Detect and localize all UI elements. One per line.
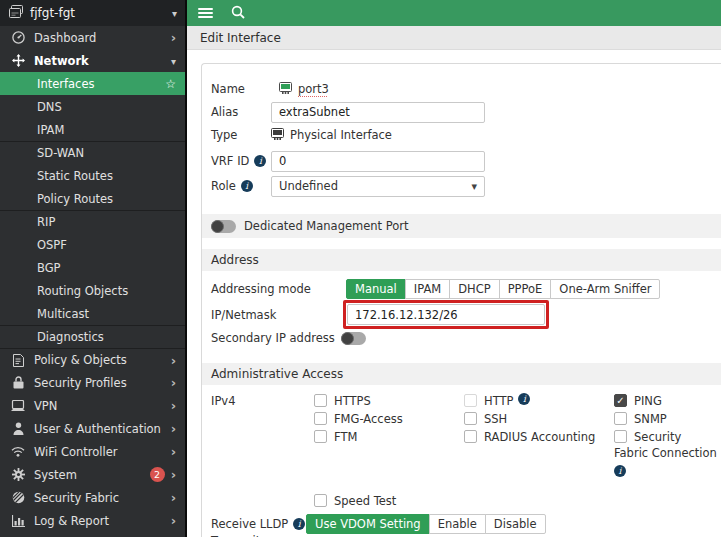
sidebar-item-label: Dashboard xyxy=(34,31,171,45)
sidebar-item-wifi-controller[interactable]: WiFi Controller xyxy=(0,440,185,463)
sidebar-item-network[interactable]: Network xyxy=(0,49,185,72)
policy-icon xyxy=(10,354,26,367)
info-icon[interactable] xyxy=(614,465,626,477)
chevron-right-icon xyxy=(171,467,176,482)
addressing-mode-group: Manual IPAM DHCP PPPoE One-Arm Sniffer xyxy=(346,279,660,299)
sidebar-item-log-report[interactable]: Log & Report xyxy=(0,509,185,532)
wifi-icon xyxy=(10,446,26,457)
chevron-down-icon xyxy=(172,6,177,20)
chevron-right-icon xyxy=(171,353,176,368)
sidebar-item-label: BGP xyxy=(37,261,176,275)
chevron-right-icon xyxy=(171,490,176,505)
mode-dhcp-button[interactable]: DHCP xyxy=(449,279,499,299)
sidebar-item-dashboard[interactable]: Dashboard xyxy=(0,26,185,49)
sidebar-item-label: Routing Objects xyxy=(37,284,176,298)
gear-icon xyxy=(10,468,26,481)
hamburger-menu-icon[interactable] xyxy=(198,8,213,19)
secondary-ip-row: Secondary IP address xyxy=(202,328,721,348)
sidebar-item-label: User & Authentication xyxy=(34,422,171,436)
type-row: Type Physical Interface xyxy=(202,124,721,146)
alias-input[interactable] xyxy=(271,102,485,123)
receive-lldp-group: Use VDOM Setting Enable Disable xyxy=(306,514,546,534)
sidebar-item-policy-routes[interactable]: Policy Routes xyxy=(0,187,185,210)
role-label: Role xyxy=(211,179,271,193)
sidebar-item-interfaces[interactable]: Interfaces xyxy=(0,72,185,95)
sidebar-item-label: Policy & Objects xyxy=(34,353,171,367)
sidebar-item-policy-objects[interactable]: Policy & Objects xyxy=(0,348,185,371)
speed-test-checkbox[interactable]: Speed Test xyxy=(314,493,721,511)
sidebar-item-multicast[interactable]: Multicast xyxy=(0,302,185,325)
sidebar-item-bgp[interactable]: BGP xyxy=(0,256,185,279)
dedicated-mgmt-label: Dedicated Management Port xyxy=(244,219,409,233)
network-icon xyxy=(10,54,26,67)
sidebar-item-label: Static Routes xyxy=(37,169,176,183)
ftm-checkbox[interactable]: FTM xyxy=(314,429,464,447)
admin-access-section-header: Administrative Access xyxy=(202,363,721,385)
receive-lldp-row: Receive LLDP Use VDOM Setting Enable Dis… xyxy=(202,513,721,535)
ssh-checkbox[interactable]: SSH xyxy=(464,411,614,429)
secondary-ip-toggle[interactable] xyxy=(341,332,366,345)
sidebar-item-security-profiles[interactable]: Security Profiles xyxy=(0,371,185,394)
info-icon[interactable] xyxy=(293,518,305,530)
vdom-name: fjfgt-fgt xyxy=(30,6,172,20)
https-checkbox[interactable]: HTTPS xyxy=(314,393,464,411)
receive-lldp-vdom-button[interactable]: Use VDOM Setting xyxy=(306,514,430,534)
sidebar-item-routing-objects[interactable]: Routing Objects xyxy=(0,279,185,302)
dashboard-icon xyxy=(10,31,26,44)
mode-pppoe-button[interactable]: PPPoE xyxy=(499,279,552,299)
radius-accounting-checkbox[interactable]: RADIUS Accounting xyxy=(464,429,614,447)
sidebar-nav: Dashboard Network Interfaces DNS IPAM xyxy=(0,26,185,537)
sidebar-item-static-routes[interactable]: Static Routes xyxy=(0,164,185,187)
chevron-down-icon xyxy=(171,54,176,68)
info-icon[interactable] xyxy=(254,155,266,167)
sidebar-item-diagnostics[interactable]: Diagnostics xyxy=(0,325,185,348)
sidebar-item-label: Security Fabric xyxy=(34,491,171,505)
alias-row: Alias xyxy=(202,100,721,124)
chevron-right-icon xyxy=(171,444,176,459)
sidebar-item-user-authentication[interactable]: User & Authentication xyxy=(0,417,185,440)
info-icon[interactable] xyxy=(518,393,530,405)
page-title: Edit Interface xyxy=(187,26,721,50)
addressing-mode-row: Addressing mode Manual IPAM DHCP PPPoE O… xyxy=(202,277,721,301)
mode-one-arm-sniffer-button[interactable]: One-Arm Sniffer xyxy=(550,279,660,299)
fabric-icon xyxy=(10,491,26,504)
favorite-star-icon[interactable] xyxy=(165,77,176,91)
sidebar-item-ipam[interactable]: IPAM xyxy=(0,118,185,141)
security-fabric-connection-checkbox[interactable]: Security Fabric Connection xyxy=(614,429,718,477)
vrf-input[interactable] xyxy=(271,151,485,172)
sidebar-item-security-fabric[interactable]: Security Fabric xyxy=(0,486,185,509)
ip-netmask-row: IP/Netmask xyxy=(202,301,721,328)
info-icon[interactable] xyxy=(241,180,253,192)
receive-lldp-enable-button[interactable]: Enable xyxy=(429,514,486,534)
snmp-checkbox[interactable]: SNMP xyxy=(614,411,721,429)
user-icon xyxy=(10,422,26,435)
sidebar-item-rip[interactable]: RIP xyxy=(0,210,185,233)
chevron-right-icon xyxy=(171,398,176,413)
dedicated-mgmt-toggle[interactable] xyxy=(211,220,236,233)
sidebar-item-dns[interactable]: DNS xyxy=(0,95,185,118)
receive-lldp-disable-button[interactable]: Disable xyxy=(485,514,546,534)
vdom-selector[interactable]: fjfgt-fgt xyxy=(0,0,185,26)
sidebar-item-ospf[interactable]: OSPF xyxy=(0,233,185,256)
mode-ipam-button[interactable]: IPAM xyxy=(405,279,450,299)
sidebar-item-label: SD-WAN xyxy=(37,146,176,160)
ipv4-checkbox-grid: HTTPS FMG-Access FTM HTTP SSH RADIUS Acc… xyxy=(314,393,721,477)
ip-netmask-input[interactable] xyxy=(347,304,545,325)
sidebar-item-system[interactable]: System 2 xyxy=(0,463,185,486)
search-icon[interactable] xyxy=(231,5,245,22)
app-window: fjfgt-fgt Dashboard Network Interfaces xyxy=(0,0,721,537)
layers-icon xyxy=(9,5,23,21)
sidebar-item-label: RIP xyxy=(37,215,176,229)
content-pane: Name port3 Alias Type xyxy=(187,50,721,537)
interface-name-value: port3 xyxy=(298,82,329,96)
ping-checkbox[interactable]: PING xyxy=(614,393,721,411)
sidebar-item-vpn[interactable]: VPN xyxy=(0,394,185,417)
fmg-access-checkbox[interactable]: FMG-Access xyxy=(314,411,464,429)
secondary-ip-label: Secondary IP address xyxy=(211,331,335,345)
ipv4-access-row: IPv4 HTTPS FMG-Access FTM HTTP SSH xyxy=(202,393,721,511)
role-select[interactable]: Undefined xyxy=(271,176,485,197)
sidebar-item-sd-wan[interactable]: SD-WAN xyxy=(0,141,185,164)
http-checkbox[interactable]: HTTP xyxy=(464,393,614,411)
mode-manual-button[interactable]: Manual xyxy=(346,279,406,299)
chevron-right-icon xyxy=(171,421,176,436)
